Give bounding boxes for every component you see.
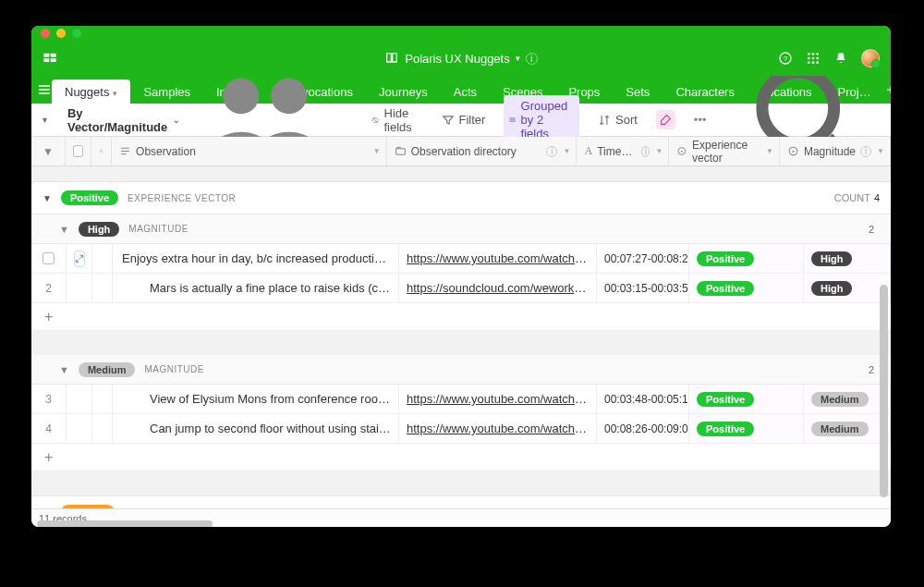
sort-label: Sort (615, 113, 638, 127)
row-expand[interactable] (67, 385, 92, 413)
color-icon (660, 114, 672, 126)
cell-magnitude[interactable]: Medium (804, 385, 891, 413)
cell-directory[interactable]: https://www.youtube.com/watch?v=LOLB87t… (399, 414, 597, 443)
info-icon[interactable]: i (546, 146, 557, 157)
info-icon[interactable]: i (860, 146, 871, 157)
expand-col[interactable]: ▼ (31, 137, 66, 165)
table-row[interactable]: Enjoys extra hour in day, b/c increased … (31, 244, 891, 274)
chevron-down-icon[interactable]: ▼ (59, 224, 69, 235)
svg-point-12 (808, 61, 810, 64)
svg-rect-26 (100, 151, 103, 153)
tab-acts[interactable]: Acts (441, 79, 490, 104)
cell-vector[interactable]: Positive (689, 385, 804, 413)
chevron-down-icon[interactable]: ▼ (43, 193, 52, 203)
table-row[interactable]: 3 View of Elysium Mons from conference r… (31, 385, 891, 414)
cell-vector[interactable]: Positive (689, 244, 804, 273)
group-header[interactable]: ▼ Neutral EXPERIENCE VECTOR COUNT2 (31, 495, 891, 508)
row-number[interactable]: 4 (31, 414, 67, 443)
tab-characters[interactable]: Characters (663, 79, 748, 104)
chevron-down-icon[interactable]: ▼ (59, 364, 69, 375)
table-row[interactable]: 4 Can jump to second floor without using… (31, 414, 891, 444)
cell-magnitude[interactable]: High (804, 244, 891, 273)
col-timestamp[interactable]: A Timestamp i▼ (577, 137, 669, 165)
min-traffic-light[interactable] (56, 29, 66, 38)
column-header: ▼ Observation ▼ Observation directory i▼… (31, 137, 891, 166)
row-checkbox[interactable] (43, 252, 55, 264)
add-row-button[interactable]: + (31, 303, 891, 331)
subgroup-header[interactable]: ▼ Medium MAGNITUDE 2 (31, 355, 891, 385)
add-row-button[interactable]: + (31, 444, 891, 471)
cell-observation[interactable]: Can jump to second floor without using s… (113, 414, 399, 443)
url-link[interactable]: https://www.youtube.com/watch?v=LOLB87t… (407, 251, 589, 265)
cell-magnitude[interactable]: High (804, 274, 891, 302)
avatar[interactable] (861, 49, 880, 67)
magnitude-pill: High (811, 251, 852, 266)
cell-magnitude[interactable]: Medium (804, 414, 891, 443)
apps-icon[interactable] (806, 51, 821, 66)
cell-timestamp[interactable]: 00:07:27-00:08:25 (597, 244, 689, 273)
horizontal-scrollbar[interactable] (37, 520, 213, 527)
bell-icon[interactable] (833, 51, 848, 66)
tab-journeys[interactable]: Journeys (366, 79, 441, 104)
col-magnitude[interactable]: Magnitude i▼ (780, 137, 891, 165)
cell-directory[interactable]: https://soundcloud.com/weworkmars-ux-int… (399, 274, 597, 302)
group-header[interactable]: ▼ Positive EXPERIENCE VECTOR COUNT4 (31, 181, 891, 214)
url-link[interactable]: https://www.youtube.com/watch?v=HFDS74h… (407, 392, 589, 406)
app-header: Polaris UX Nuggets ▾ i ? (31, 41, 891, 76)
cell-vector[interactable]: Positive (689, 274, 804, 302)
sort-button[interactable]: Sort (592, 109, 643, 130)
table-row[interactable]: 2 Mars is actually a fine place to raise… (31, 274, 891, 303)
base-title[interactable]: Polaris UX Nuggets (405, 52, 509, 66)
sidebar-menu-icon[interactable] (37, 76, 52, 104)
view-name[interactable]: By Vector/Magnitude ⌄ (62, 106, 180, 134)
svg-point-10 (812, 57, 815, 60)
cell-vector[interactable]: Positive (689, 414, 804, 443)
more-button[interactable]: ••• (688, 109, 712, 130)
views-dropdown-icon[interactable]: ▼ (41, 116, 49, 125)
cell-observation[interactable]: Enjoys extra hour in day, b/c increased … (113, 244, 399, 273)
cell-timestamp[interactable]: 00:03:15-00:03:50 (597, 274, 689, 302)
close-traffic-light[interactable] (41, 29, 50, 38)
vertical-scrollbar[interactable] (880, 285, 888, 497)
magnitude-pill: Medium (811, 422, 869, 436)
app-logo-icon[interactable] (43, 51, 57, 66)
expand-icon[interactable] (74, 251, 85, 267)
subgroup-header[interactable]: ▼ High MAGNITUDE 2 (31, 214, 891, 244)
lock-icon (99, 145, 103, 157)
checkbox-col[interactable] (66, 137, 91, 165)
color-button[interactable] (656, 110, 675, 129)
help-icon[interactable]: ? (778, 51, 793, 66)
tab-sets[interactable]: Sets (613, 79, 663, 104)
select-icon (787, 145, 799, 157)
col-directory[interactable]: Observation directory i▼ (387, 137, 578, 165)
cell-observation[interactable]: Mars is actually a fine place to raise k… (113, 274, 399, 302)
row-expand[interactable] (67, 414, 92, 443)
col-vector[interactable]: Experience vector ▼ (669, 137, 779, 165)
row-expand[interactable] (67, 274, 92, 302)
hide-fields-button[interactable]: Hide fields (366, 103, 422, 138)
svg-point-20 (224, 78, 260, 114)
cell-observation[interactable]: View of Elysium Mons from conference roo… (113, 385, 399, 413)
cell-directory[interactable]: https://www.youtube.com/watch?v=HFDS74h… (399, 385, 597, 413)
cell-timestamp[interactable]: 00:08:26-00:09:00 (597, 414, 689, 443)
add-table-icon[interactable] (884, 83, 891, 96)
tab-nuggets[interactable]: Nuggets (52, 79, 130, 104)
cell-timestamp[interactable]: 00:03:48-00:05:12 (597, 385, 689, 413)
row-number[interactable]: 2 (31, 274, 67, 302)
max-traffic-light[interactable] (72, 29, 81, 38)
title-info-icon[interactable]: i (526, 53, 538, 65)
sheet-body: ▼ Positive EXPERIENCE VECTOR COUNT4▼ Hig… (31, 166, 891, 508)
filter-button[interactable]: Filter (436, 109, 492, 130)
filter-label: Filter (459, 113, 486, 127)
tab-samples[interactable]: Samples (130, 79, 203, 104)
svg-point-7 (812, 53, 815, 55)
row-expand[interactable] (67, 244, 92, 273)
row-number[interactable]: 3 (31, 385, 67, 413)
row-number[interactable] (31, 244, 67, 273)
url-link[interactable]: https://www.youtube.com/watch?v=LOLB87t… (407, 422, 589, 435)
url-link[interactable]: https://soundcloud.com/weworkmars-ux-int… (407, 281, 589, 295)
title-dropdown-icon[interactable]: ▾ (516, 54, 520, 63)
info-icon[interactable]: i (641, 146, 650, 157)
cell-directory[interactable]: https://www.youtube.com/watch?v=LOLB87t… (399, 244, 597, 273)
col-observation[interactable]: Observation ▼ (112, 137, 387, 165)
